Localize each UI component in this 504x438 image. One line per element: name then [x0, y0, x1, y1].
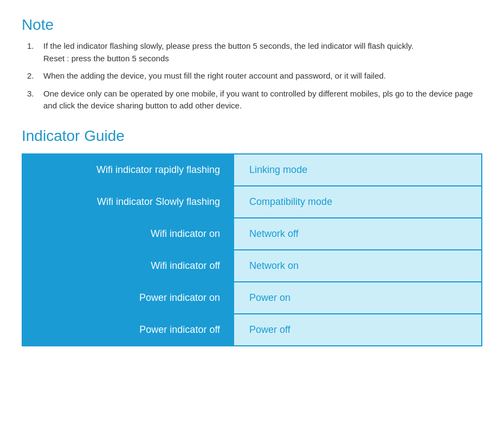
indicator-row-2-left: Wifi indicator on — [22, 218, 234, 250]
table-row: Wifi indicator off Network on — [22, 250, 482, 282]
table-row: Wifi indicator on Network off — [22, 218, 482, 250]
indicator-row-5-right: Power off — [234, 314, 482, 346]
indicator-row-3-left: Wifi indicator off — [22, 250, 234, 282]
indicator-guide-title: Indicator Guide — [22, 127, 482, 145]
note-item-2: 2. When the adding the device, you must … — [27, 70, 482, 82]
table-row: Power indicator on Power on — [22, 282, 482, 314]
note-item-1-text: If the led indicator flashing slowly, pl… — [43, 40, 482, 65]
indicator-row-2-right: Network off — [234, 218, 482, 250]
note-item-1-num: 1. — [27, 40, 38, 65]
indicator-row-0-right: Linking mode — [234, 154, 482, 186]
indicator-table: Wifi indicator rapidly flashing Linking … — [22, 153, 482, 346]
note-item-1: 1. If the led indicator flashing slowly,… — [27, 40, 482, 65]
note-list: 1. If the led indicator flashing slowly,… — [22, 40, 482, 112]
indicator-row-0-left: Wifi indicator rapidly flashing — [22, 154, 234, 186]
note-item-2-text: When the adding the device, you must fil… — [43, 70, 482, 82]
indicator-row-1-right: Compatibility mode — [234, 186, 482, 218]
note-item-3-num: 3. — [27, 88, 38, 112]
indicator-row-1-left: Wifi indicator Slowly flashing — [22, 186, 234, 218]
indicator-row-4-left: Power indicator on — [22, 282, 234, 314]
table-row: Power indicator off Power off — [22, 314, 482, 346]
table-row: Wifi indicator rapidly flashing Linking … — [22, 154, 482, 186]
note-title: Note — [22, 16, 482, 34]
note-item-2-num: 2. — [27, 70, 38, 82]
indicator-row-3-right: Network on — [234, 250, 482, 282]
indicator-row-4-right: Power on — [234, 282, 482, 314]
table-row: Wifi indicator Slowly flashing Compatibi… — [22, 186, 482, 218]
note-item-3: 3. One device only can be operated by on… — [27, 88, 482, 112]
indicator-row-5-left: Power indicator off — [22, 314, 234, 346]
note-item-3-text: One device only can be operated by one m… — [43, 88, 482, 112]
